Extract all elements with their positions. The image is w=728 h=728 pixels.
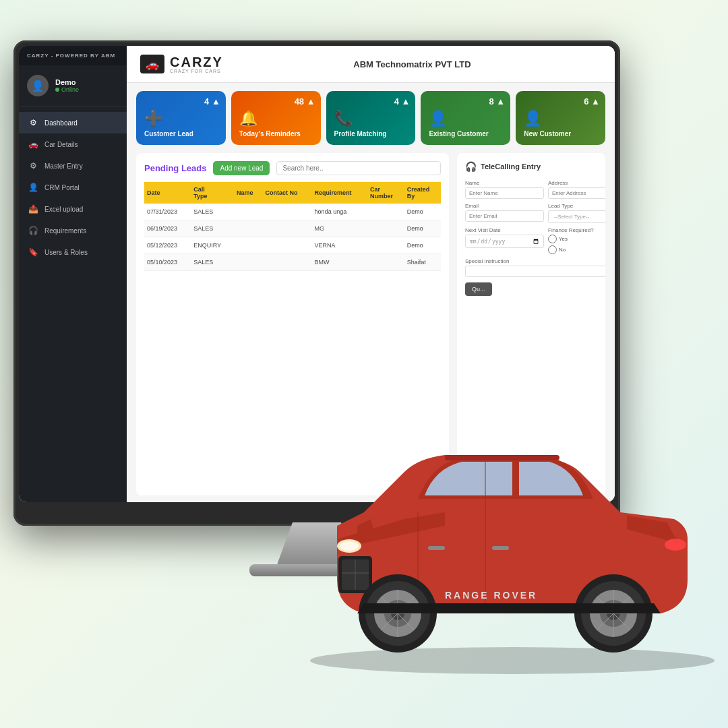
sidebar-item-label: Requirements (44, 227, 86, 235)
cell-car-number (367, 204, 404, 220)
logo-text: CARZY CRAZY FOR CARS (170, 55, 223, 73)
cell-car-number (367, 237, 404, 254)
topbar: 🚗 CARZY CRAZY FOR CARS ABM Technomatrix … (127, 46, 615, 83)
radio-group-finance: Yes No (548, 235, 605, 254)
cell-contact (262, 204, 311, 220)
label-finance: Finance Required? (548, 227, 605, 233)
cell-contact (262, 254, 311, 271)
quote-button[interactable]: Qu... (465, 282, 492, 296)
sidebar-item-label: Master Entry (44, 162, 83, 170)
roles-icon: 🔖 (28, 247, 38, 257)
cell-date: 06/19/2023 (144, 220, 191, 237)
radio-input-yes[interactable] (548, 235, 557, 243)
cell-call-type: SALES (191, 204, 234, 220)
card-label: New Customer (524, 130, 597, 138)
card-profile-matching[interactable]: 4 ▲ 📞 Profile Matching (326, 91, 416, 145)
radio-no[interactable]: No (548, 245, 605, 254)
field-address: Address (548, 180, 605, 199)
arrow-up-icon: ▲ (591, 96, 600, 107)
sidebar-item-requirements[interactable]: 🎧 Requirements (19, 220, 127, 241)
label-lead-type: Lead Type (548, 203, 605, 209)
card-count: 4 ▲ (394, 96, 411, 107)
cell-car-number (367, 220, 404, 237)
card-customer-lead[interactable]: 4 ▲ ➕ Customer Lead (136, 91, 226, 145)
sidebar-item-label: Users & Roles (44, 249, 88, 256)
cell-created-by: Demo (404, 237, 441, 254)
phone-icon: 📞 (334, 110, 408, 127)
field-finance-required: Finance Required? Yes No (548, 227, 605, 254)
tele-title: TeleCalling Entry (481, 162, 541, 171)
cell-car-number (367, 254, 404, 271)
table-row: 05/12/2023 ENQUIRY VERNA Demo (144, 237, 441, 254)
sidebar-item-crm-portal[interactable]: 👤 CRM Portal (19, 177, 127, 198)
user-info: Demo Online (55, 78, 79, 93)
card-label: Existing Customer (429, 130, 502, 138)
radio-yes[interactable]: Yes (548, 235, 605, 243)
table-row: 05/10/2023 SALES BMW Shaifat (144, 254, 441, 271)
radio-input-no[interactable] (548, 245, 557, 254)
col-call-type: CallType (191, 182, 234, 204)
user-status: Online (55, 86, 79, 93)
telecalling-panel: 🎧 TeleCalling Entry Name Address (457, 153, 605, 495)
person-icon: 👤 (429, 110, 502, 127)
headphone-icon: 🎧 (465, 161, 477, 172)
sidebar-user: 👤 Demo Online (19, 65, 127, 107)
arrow-up-icon: ▲ (402, 96, 411, 107)
cell-contact (262, 237, 311, 254)
input-name[interactable] (465, 187, 544, 199)
tele-header: 🎧 TeleCalling Entry (465, 161, 597, 172)
sidebar-item-label: Car Details (44, 141, 78, 148)
monitor: CARZY - POWERED BY ABM 👤 Demo Online ⚙ D… (13, 40, 620, 526)
input-next-visit[interactable] (465, 235, 544, 248)
col-created-by: CreatedBy (404, 182, 441, 204)
cell-name (234, 220, 262, 237)
cell-call-type: ENQUIRY (191, 237, 234, 254)
select-lead-type[interactable]: --Select Type-- (548, 210, 605, 223)
cell-date: 07/31/2023 (144, 204, 191, 220)
cell-created-by: Demo (404, 204, 441, 220)
card-new-customer[interactable]: 6 ▲ 👤 New Customer (516, 91, 605, 145)
field-name: Name (465, 180, 544, 199)
cell-date: 05/10/2023 (144, 254, 191, 271)
label-name: Name (465, 180, 544, 186)
col-requirement: Requirement (312, 182, 367, 204)
sidebar-item-excel-upload[interactable]: 📤 Excel upload (19, 198, 127, 220)
arrow-up-icon: ▲ (212, 96, 220, 107)
sidebar-item-master-entry[interactable]: ⚙ Master Entry (19, 155, 127, 177)
leads-table: Date CallType Name Contact No Requiremen… (144, 182, 441, 271)
user-name: Demo (55, 78, 79, 86)
upload-icon: 📤 (28, 204, 38, 214)
arrow-up-icon: ▲ (307, 96, 315, 107)
sidebar-brand: CARZY - POWERED BY ABM (19, 46, 127, 65)
input-email[interactable] (465, 210, 544, 222)
add-person-icon: 👤 (524, 110, 597, 127)
sidebar-item-dashboard[interactable]: ⚙ Dashboard (19, 112, 127, 133)
headphone-icon: 🎧 (28, 226, 38, 235)
add-new-lead-button[interactable]: Add new Lead (213, 161, 270, 175)
card-todays-reminders[interactable]: 48 ▲ 🔔 Today's Reminders (231, 91, 321, 145)
label-email: Email (465, 203, 544, 209)
sidebar-item-car-details[interactable]: 🚗 Car Details (19, 133, 127, 155)
sidebar-item-label: Dashboard (44, 119, 78, 127)
input-special-instruction[interactable] (465, 266, 605, 277)
pending-leads-panel: Pending Leads Add new Lead Date CallType… (136, 153, 449, 495)
sidebar-item-users-roles[interactable]: 🔖 Users & Roles (19, 241, 127, 263)
dashboard-icon: ⚙ (28, 118, 38, 127)
telecalling-form: Name Address Contact Email (465, 180, 597, 277)
status-dot (55, 88, 59, 92)
input-address[interactable] (548, 187, 605, 199)
card-existing-customer[interactable]: 8 ▲ 👤 Existing Customer (421, 91, 510, 145)
sidebar-item-label: Excel upload (44, 206, 83, 213)
col-contact: Contact No (262, 182, 311, 204)
card-count: 8 ▲ (489, 96, 505, 107)
cell-contact (262, 220, 311, 237)
search-input[interactable] (276, 161, 441, 175)
plus-icon: ➕ (144, 110, 218, 127)
cell-call-type: SALES (191, 220, 234, 237)
bell-icon: 🔔 (239, 110, 313, 127)
cell-created-by: Shaifat (404, 254, 441, 271)
card-label: Today's Reminders (239, 130, 313, 138)
monitor-screen: CARZY - POWERED BY ABM 👤 Demo Online ⚙ D… (19, 46, 615, 502)
col-name: Name (234, 182, 262, 204)
cell-name (234, 254, 262, 271)
